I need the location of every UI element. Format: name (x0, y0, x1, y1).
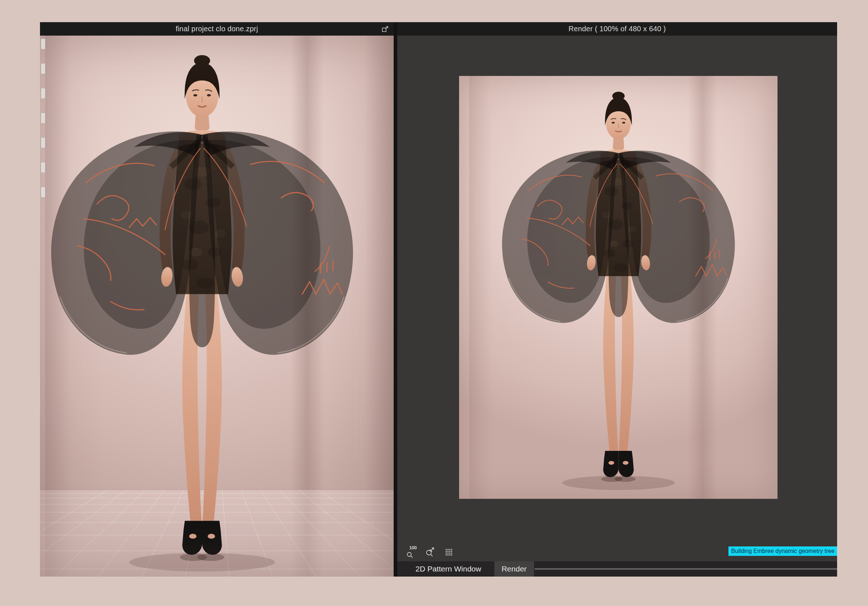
viewport-panel: final project clo done.zprj (40, 22, 394, 577)
magnifier-icon (406, 552, 414, 559)
wall-shade (469, 76, 491, 499)
zoom-100-label: 100 (409, 545, 417, 550)
viewport-title: final project clo done.zprj (175, 25, 258, 33)
tab-2d-pattern-window[interactable]: 2D Pattern Window (408, 561, 488, 577)
wall-shade (45, 36, 71, 577)
zoom-fit-button[interactable] (425, 545, 439, 559)
zoom-fit-icon (425, 546, 436, 557)
viewport-canvas[interactable] (40, 36, 394, 577)
render-panel: Render ( 100% of 480 x 640 ) 100 (397, 22, 837, 577)
side-toolbar-handle[interactable] (41, 137, 45, 148)
desktop: final project clo done.zprj (0, 0, 868, 606)
texture-grid-button[interactable] (445, 545, 458, 559)
side-toolbar (41, 39, 47, 198)
app-window: final project clo done.zprj (40, 22, 837, 577)
render-image (459, 76, 778, 499)
tab-render[interactable]: Render (494, 561, 534, 577)
floor-grid (40, 36, 394, 577)
viewport-titlebar: final project clo done.zprj (40, 22, 394, 36)
side-toolbar-handle[interactable] (41, 88, 45, 99)
side-toolbar-handle[interactable] (41, 39, 45, 49)
zoom-100-button[interactable]: 100 (406, 545, 420, 559)
wall-shade (291, 36, 324, 577)
side-toolbar-handle[interactable] (41, 63, 45, 74)
bottom-tabbar: 2D Pattern Window Render (397, 561, 837, 577)
wall-shade (688, 76, 717, 499)
viewport-vignette (40, 36, 394, 577)
panel-divider[interactable] (394, 22, 397, 577)
grid-icon (445, 547, 454, 557)
status-badge: Building Embree dynamic geometry tree (728, 546, 837, 556)
wall-shade (364, 36, 394, 577)
render-titlebar: Render ( 100% of 480 x 640 ) (397, 22, 837, 36)
avatar-3d (40, 42, 388, 577)
side-toolbar-handle[interactable] (41, 113, 45, 124)
render-title: Render ( 100% of 480 x 640 ) (569, 25, 666, 33)
side-toolbar-handle[interactable] (41, 162, 45, 173)
popout-icon[interactable] (381, 25, 389, 33)
side-toolbar-handle[interactable] (41, 187, 45, 198)
render-toolbar: 100 (406, 545, 458, 559)
tab-strip-line (535, 568, 837, 570)
avatar-render (476, 82, 761, 499)
